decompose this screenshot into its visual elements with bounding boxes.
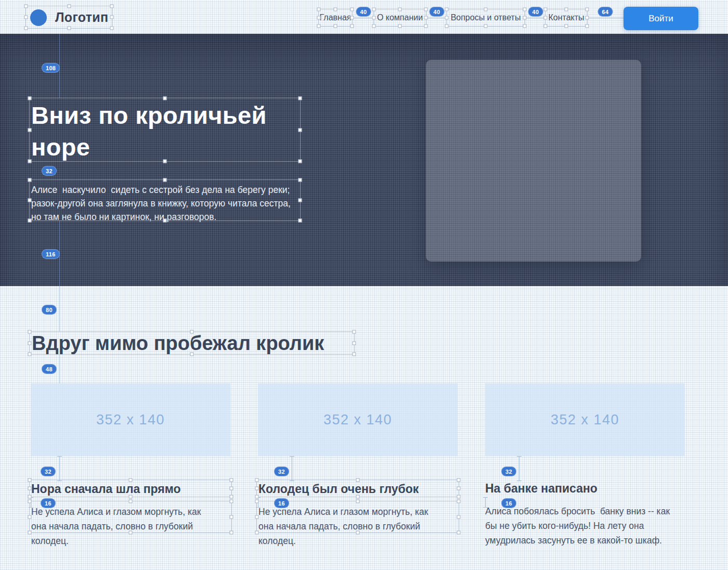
selection-handle[interactable] [298, 199, 302, 202]
selection-handle[interactable] [230, 478, 233, 482]
selection-handle[interactable] [163, 219, 167, 223]
selection-handle[interactable] [457, 487, 461, 490]
selection-handle[interactable] [298, 97, 302, 100]
selection-handle[interactable] [67, 27, 71, 30]
selection-handle[interactable] [28, 478, 32, 482]
selection-handle[interactable] [523, 24, 527, 28]
selection-handle[interactable] [334, 24, 337, 28]
selection-handle[interactable] [356, 495, 360, 499]
selection-handle[interactable] [24, 16, 28, 19]
selection-handle[interactable] [372, 8, 376, 11]
selection-handle[interactable] [350, 8, 354, 11]
selection-handle[interactable] [356, 478, 360, 482]
selection-handle[interactable] [230, 515, 233, 519]
selection-handle[interactable] [457, 495, 461, 499]
nav-item-about[interactable]: О компании [373, 9, 426, 27]
selection-handle[interactable] [67, 5, 71, 8]
selection-handle[interactable] [565, 24, 568, 28]
selection-handle[interactable] [317, 8, 321, 11]
selection-handle[interactable] [190, 330, 194, 334]
selection-handle[interactable] [445, 24, 449, 28]
selection-handle[interactable] [110, 27, 114, 30]
selection-handle[interactable] [372, 24, 376, 28]
selection-handle[interactable] [28, 500, 32, 503]
selection-handle[interactable] [586, 8, 589, 11]
selection-handle[interactable] [255, 478, 259, 482]
nav-item-faq[interactable]: Вопросы и ответы [446, 9, 525, 27]
selection-handle[interactable] [445, 8, 449, 11]
selection-handle[interactable] [163, 178, 167, 182]
selection-handle[interactable] [457, 478, 461, 482]
selection-handle[interactable] [317, 24, 321, 28]
selection-handle[interactable] [298, 178, 302, 182]
selection-handle[interactable] [523, 8, 527, 11]
selection-handle[interactable] [255, 515, 259, 519]
selection-handle[interactable] [28, 160, 32, 163]
selection-handle[interactable] [28, 353, 32, 356]
selection-handle[interactable] [484, 24, 488, 28]
selection-handle[interactable] [350, 16, 354, 20]
selection-handle[interactable] [484, 8, 488, 11]
selection-handle[interactable] [350, 24, 354, 28]
selection-handle[interactable] [28, 178, 32, 182]
selection-handle[interactable] [523, 16, 527, 20]
selection-handle[interactable] [398, 24, 402, 28]
selection-handle[interactable] [28, 487, 32, 490]
selection-handle[interactable] [24, 27, 28, 30]
selection-handle[interactable] [230, 500, 233, 503]
selection-handle[interactable] [356, 500, 360, 503]
selection-handle[interactable] [298, 160, 302, 163]
selection-handle[interactable] [457, 531, 461, 535]
selection-handle[interactable] [445, 16, 449, 20]
selection-handle[interactable] [424, 16, 428, 20]
selection-handle[interactable] [372, 16, 376, 20]
selection-handle[interactable] [110, 5, 114, 8]
logo[interactable]: Логотип [25, 6, 112, 29]
selection-handle[interactable] [163, 97, 167, 100]
selection-handle[interactable] [317, 16, 321, 20]
selection-handle[interactable] [230, 487, 233, 490]
selection-handle[interactable] [457, 515, 461, 519]
selection-handle[interactable] [353, 341, 356, 345]
selection-handle[interactable] [129, 478, 133, 482]
selection-handle[interactable] [28, 515, 32, 519]
login-button[interactable]: Войти [623, 7, 698, 30]
selection-handle[interactable] [230, 531, 233, 535]
selection-handle[interactable] [24, 5, 28, 8]
selection-handle[interactable] [334, 8, 337, 11]
selection-handle[interactable] [255, 487, 259, 490]
selection-handle[interactable] [544, 16, 548, 20]
selection-handle[interactable] [28, 219, 32, 223]
nav-item-contacts[interactable]: Контакты [545, 9, 588, 27]
selection-handle[interactable] [457, 500, 461, 503]
selection-handle[interactable] [353, 330, 356, 334]
selection-handle[interactable] [586, 24, 589, 28]
selection-handle[interactable] [298, 219, 302, 223]
selection-handle[interactable] [424, 24, 428, 28]
selection-handle[interactable] [28, 531, 32, 535]
selection-handle[interactable] [110, 16, 114, 19]
selection-handle[interactable] [230, 495, 233, 499]
selection-handle[interactable] [255, 495, 259, 499]
selection-handle[interactable] [28, 199, 32, 202]
selection-handle[interactable] [255, 531, 259, 535]
selection-handle[interactable] [544, 8, 548, 11]
selection-handle[interactable] [544, 24, 548, 28]
selection-handle[interactable] [353, 353, 356, 356]
selection-handle[interactable] [28, 330, 32, 334]
selection-handle[interactable] [129, 500, 133, 503]
selection-handle[interactable] [356, 531, 360, 535]
selection-handle[interactable] [565, 8, 568, 11]
selection-handle[interactable] [129, 531, 133, 535]
selection-handle[interactable] [28, 97, 32, 100]
selection-handle[interactable] [586, 16, 589, 20]
selection-handle[interactable] [28, 495, 32, 499]
selection-handle[interactable] [28, 341, 32, 345]
selection-handle[interactable] [398, 8, 402, 11]
selection-handle[interactable] [424, 8, 428, 11]
selection-handle[interactable] [255, 500, 259, 503]
selection-handle[interactable] [298, 128, 302, 132]
selection-handle[interactable] [163, 160, 167, 163]
nav-item-home[interactable]: Главная [318, 9, 353, 27]
selection-handle[interactable] [190, 353, 194, 356]
